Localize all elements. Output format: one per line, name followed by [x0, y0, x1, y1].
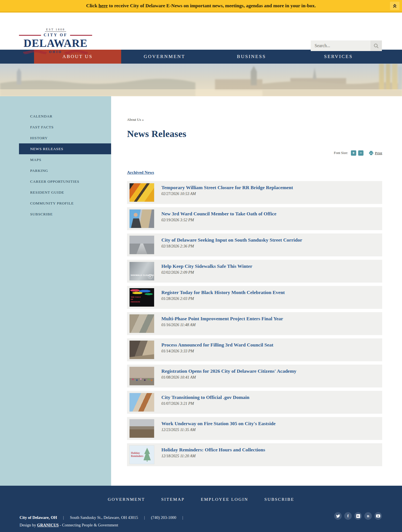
- nav-item-government[interactable]: GOVERNMENT: [121, 50, 208, 64]
- news-date: 12/23/2025 11:35 AM: [161, 428, 276, 432]
- news-list-item: Multi-Phase Point Improvement Project En…: [127, 312, 382, 335]
- news-list-item: Holiday Reminders Holiday Reminders: Off…: [127, 443, 382, 466]
- print-link[interactable]: Print: [369, 151, 382, 155]
- news-list-item: The Voice of Freedom Register Today for …: [127, 286, 382, 309]
- enews-alert-bar: Click here to receive City of Delaware E…: [0, 0, 402, 13]
- news-list-item: City of Delaware Seeking Input on South …: [127, 233, 382, 256]
- logo-wave-icon: [64, 50, 88, 54]
- news-date: 01/14/2026 3:33 PM: [161, 349, 273, 353]
- logo-red-bar: [70, 35, 92, 36]
- sidebar-item-career-opportunities[interactable]: CAREER OPPORTUNITIES: [0, 176, 111, 187]
- news-thumbnail[interactable]: [130, 314, 154, 333]
- news-title-link[interactable]: Multi-Phase Point Improvement Project En…: [161, 316, 283, 322]
- nextdoor-button[interactable]: n: [364, 512, 372, 520]
- news-thumbnail[interactable]: [130, 210, 154, 228]
- font-size-label: Font Size:: [334, 151, 348, 155]
- logo-est-text: EST 1808: [45, 28, 66, 32]
- breadcrumb-about-us-link[interactable]: About Us: [127, 117, 141, 122]
- news-title-link[interactable]: Holiday Reminders: Office Hours and Coll…: [161, 447, 265, 453]
- news-thumbnail[interactable]: The Voice of Freedom: [130, 288, 154, 307]
- play-icon: ▶: [148, 274, 153, 279]
- thumbnail-caption: The Voice of Freedom: [131, 296, 142, 303]
- news-date: 02/18/2026 2:36 PM: [161, 244, 302, 249]
- footer-design-credit: Design by GRANICUS - Connecting People &…: [20, 521, 188, 529]
- youtube-button[interactable]: [374, 512, 382, 520]
- main-content: About Us » News Releases Font Size: + − …: [111, 96, 402, 486]
- news-title-link[interactable]: New 3rd Ward Council Member to Take Oath…: [161, 211, 276, 217]
- news-list-item: Work Underway on Fire Station 305 on Cit…: [127, 417, 382, 440]
- footer-link-employee-login[interactable]: EMPLOYEE LOGIN: [201, 497, 248, 502]
- news-thumbnail[interactable]: SIDEWALK CLEARING ▶: [130, 262, 154, 280]
- news-list-item: Process Announced for Filling 3rd Ward C…: [127, 338, 382, 361]
- sidebar-item-history[interactable]: HISTORY: [0, 133, 111, 143]
- nav-item-business[interactable]: BUSINESS: [208, 50, 295, 64]
- linkedin-button[interactable]: in: [354, 512, 362, 520]
- news-title-link[interactable]: Temporary William Street Closure for RR …: [161, 185, 293, 191]
- news-thumbnail[interactable]: [130, 419, 154, 438]
- archived-news-link[interactable]: Archived News: [127, 170, 154, 175]
- news-title-link[interactable]: City Transitioning to Official .gov Doma…: [161, 394, 249, 401]
- granicus-link[interactable]: GRANICUS: [37, 523, 59, 527]
- site-header: EST 1808 CITY OF DELAWARE OHIO: [0, 13, 402, 50]
- sidebar-item-subscribe[interactable]: SUBSCRIBE: [0, 209, 111, 220]
- sidebar-item-community-profile[interactable]: COMMUNITY PROFILE: [0, 198, 111, 209]
- news-date: 01/16/2026 11:48 AM: [161, 323, 283, 327]
- breadcrumb: About Us »: [127, 117, 402, 122]
- news-thumbnail[interactable]: [130, 393, 154, 411]
- thumbnail-caption: Holiday Reminders: [131, 452, 144, 458]
- sidebar-item-parking[interactable]: PARKING: [0, 165, 111, 176]
- collapse-banner-button[interactable]: [390, 2, 399, 10]
- news-title-link[interactable]: Process Announced for Filling 3rd Ward C…: [161, 342, 273, 348]
- news-date: 02/02/2026 2:09 PM: [161, 270, 252, 275]
- logo-red-bar: [19, 35, 41, 36]
- footer-link-sitemap[interactable]: SITEMAP: [161, 497, 185, 502]
- news-thumbnail[interactable]: [130, 236, 154, 254]
- search-button[interactable]: [370, 40, 382, 51]
- footer-address: South Sandusky St., Delaware, OH 43015: [70, 515, 138, 520]
- logo-cityof-row: CITY OF: [19, 33, 92, 37]
- search-input[interactable]: [311, 40, 370, 51]
- footer-nav: GOVERNMENT SITEMAP EMPLOYEE LOGIN SUBSCR…: [0, 486, 402, 502]
- news-title-link[interactable]: City of Delaware Seeking Input on South …: [161, 237, 302, 243]
- font-size-decrease-button[interactable]: −: [358, 150, 363, 156]
- logo-name: DELAWARE: [19, 38, 92, 49]
- footer-phone: (740) 203-1000: [151, 515, 176, 520]
- search-box: [311, 40, 382, 51]
- logo-ohio-row: OHIO: [19, 50, 92, 54]
- sidebar-item-maps[interactable]: MAPS: [0, 154, 111, 165]
- twitter-button[interactable]: [334, 512, 342, 520]
- nextdoor-icon: n: [367, 514, 369, 518]
- news-list-item: City Transitioning to Official .gov Doma…: [127, 391, 382, 414]
- news-title-link[interactable]: Work Underway on Fire Station 305 on Cit…: [161, 421, 276, 427]
- sidebar-item-calendar[interactable]: CALENDAR: [0, 111, 111, 122]
- sidebar-item-news-releases[interactable]: NEWS RELEASES: [19, 143, 111, 154]
- news-thumbnail[interactable]: [130, 341, 154, 359]
- facebook-button[interactable]: f: [344, 512, 352, 520]
- news-title-link[interactable]: Registration Opens for 2026 City of Dela…: [161, 368, 296, 374]
- nav-item-services[interactable]: SERVICES: [295, 50, 382, 64]
- sidebar-item-resident-guide[interactable]: RESIDENT GUIDE: [0, 187, 111, 198]
- footer-org-name: City of Delaware, OH: [20, 515, 57, 520]
- breadcrumb-separator: »: [142, 117, 144, 122]
- footer-link-government[interactable]: GOVERNMENT: [108, 497, 145, 502]
- font-size-toolbar: Font Size: + − Print: [127, 150, 382, 156]
- news-thumbnail[interactable]: [130, 183, 154, 202]
- printer-icon: [369, 151, 374, 155]
- news-list: Temporary William Street Closure for RR …: [127, 181, 382, 466]
- news-date: 02/19/2026 3:52 PM: [161, 218, 276, 222]
- sidebar-item-fast-facts[interactable]: FAST FACTS: [0, 122, 111, 133]
- news-title-link[interactable]: Help Keep City Sidewalks Safe This Winte…: [161, 263, 252, 269]
- news-thumbnail[interactable]: Holiday Reminders: [130, 446, 154, 464]
- news-thumbnail[interactable]: [130, 367, 154, 385]
- news-date: 01/08/2026 10:41 AM: [161, 375, 296, 380]
- enews-here-link[interactable]: here: [99, 3, 108, 8]
- footer-link-subscribe[interactable]: SUBSCRIBE: [264, 497, 294, 502]
- news-list-item: SIDEWALK CLEARING ▶ Help Keep City Sidew…: [127, 260, 382, 283]
- linkedin-icon: in: [356, 514, 360, 518]
- city-logo[interactable]: EST 1808 CITY OF DELAWARE OHIO: [19, 27, 92, 54]
- font-size-increase-button[interactable]: +: [351, 150, 356, 156]
- news-title-link[interactable]: Register Today for Black History Month C…: [161, 290, 285, 296]
- double-chevron-up-icon: [392, 3, 398, 9]
- twitter-icon: [336, 514, 340, 518]
- news-date: 12/18/2025 11:20 AM: [161, 454, 265, 458]
